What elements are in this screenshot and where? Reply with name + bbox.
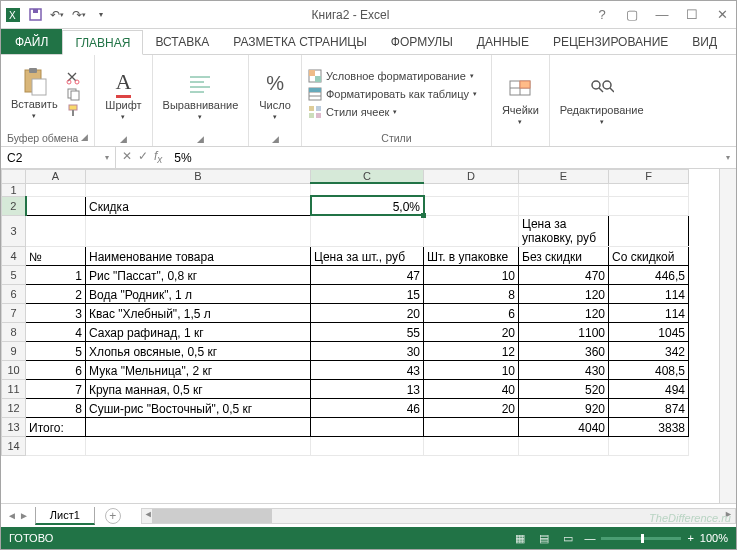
cell-active[interactable]: 5,0% <box>311 196 424 215</box>
row-header[interactable]: 6 <box>2 284 26 303</box>
cell[interactable]: 6 <box>26 360 86 379</box>
cell[interactable]: 430 <box>519 360 609 379</box>
enter-formula-icon[interactable]: ✓ <box>138 149 148 165</box>
cell[interactable]: 408,5 <box>609 360 689 379</box>
cell[interactable]: 40 <box>424 379 519 398</box>
minimize-icon[interactable]: — <box>652 7 672 22</box>
row-header[interactable]: 10 <box>2 360 26 379</box>
cell[interactable]: 2 <box>26 284 86 303</box>
cell[interactable]: 10 <box>424 265 519 284</box>
maximize-icon[interactable]: ☐ <box>682 7 702 22</box>
horizontal-scrollbar[interactable]: ◄► <box>141 508 736 524</box>
row-header[interactable]: 3 <box>2 215 26 246</box>
save-icon[interactable] <box>27 7 43 23</box>
conditional-formatting-button[interactable]: Условное форматирование ▾ <box>308 69 477 83</box>
cell[interactable]: Наименование товара <box>86 246 311 265</box>
tab-view[interactable]: ВИД <box>680 29 729 54</box>
row-header[interactable]: 4 <box>2 246 26 265</box>
cell[interactable]: 4040 <box>519 417 609 436</box>
zoom-slider[interactable] <box>601 537 681 540</box>
sheet-nav-first-icon[interactable]: ◄ <box>7 510 17 521</box>
cell[interactable]: 342 <box>609 341 689 360</box>
row-header[interactable]: 2 <box>2 196 26 215</box>
cell[interactable]: 120 <box>519 284 609 303</box>
cell[interactable]: Цена за шт., руб <box>311 246 424 265</box>
row-header[interactable]: 1 <box>2 183 26 196</box>
cell[interactable]: 46 <box>311 398 424 417</box>
ribbon-options-icon[interactable]: ▢ <box>622 7 642 22</box>
cell[interactable]: 1100 <box>519 322 609 341</box>
cell[interactable]: 13 <box>311 379 424 398</box>
sheet-tab[interactable]: Лист1 <box>35 507 95 525</box>
cell[interactable]: 1045 <box>609 322 689 341</box>
cell[interactable]: 1 <box>26 265 86 284</box>
zoom-in-icon[interactable]: + <box>687 532 693 544</box>
expand-formula-icon[interactable]: ▾ <box>720 153 736 162</box>
paste-button[interactable]: Вставить ▾ <box>7 66 62 122</box>
cell[interactable]: 6 <box>424 303 519 322</box>
format-painter-icon[interactable] <box>66 103 80 117</box>
normal-view-icon[interactable]: ▦ <box>510 532 530 545</box>
cell[interactable]: 470 <box>519 265 609 284</box>
row-header[interactable]: 7 <box>2 303 26 322</box>
spreadsheet-grid[interactable]: A B C D E F 1 2Скидка5,0% 3Цена за упако… <box>1 169 719 503</box>
tab-insert[interactable]: ВСТАВКА <box>143 29 221 54</box>
cell[interactable]: Цена за упаковку, руб <box>519 215 609 246</box>
cell[interactable]: № <box>26 246 86 265</box>
cell[interactable]: Суши-рис "Восточный", 0,5 кг <box>86 398 311 417</box>
cancel-formula-icon[interactable]: ✕ <box>122 149 132 165</box>
row-header[interactable]: 11 <box>2 379 26 398</box>
cell[interactable]: 30 <box>311 341 424 360</box>
cell[interactable]: Крупа манная, 0,5 кг <box>86 379 311 398</box>
column-header[interactable]: C <box>311 170 424 184</box>
cell[interactable]: 120 <box>519 303 609 322</box>
zoom-level[interactable]: 100% <box>700 532 728 544</box>
cell[interactable]: 55 <box>311 322 424 341</box>
tab-formulas[interactable]: ФОРМУЛЫ <box>379 29 465 54</box>
page-break-view-icon[interactable]: ▭ <box>558 532 578 545</box>
cell[interactable]: Рис "Пассат", 0,8 кг <box>86 265 311 284</box>
tab-home[interactable]: ГЛАВНАЯ <box>62 30 143 55</box>
row-header[interactable]: 13 <box>2 417 26 436</box>
row-header[interactable]: 5 <box>2 265 26 284</box>
row-header[interactable]: 12 <box>2 398 26 417</box>
copy-icon[interactable] <box>66 87 80 101</box>
column-header[interactable]: E <box>519 170 609 184</box>
cell[interactable]: 20 <box>424 398 519 417</box>
cell[interactable]: Хлопья овсяные, 0,5 кг <box>86 341 311 360</box>
select-all-button[interactable] <box>2 170 26 184</box>
sheet-nav-last-icon[interactable]: ► <box>19 510 29 521</box>
redo-icon[interactable]: ↷▾ <box>71 7 87 23</box>
zoom-out-icon[interactable]: — <box>584 532 595 544</box>
cell[interactable]: 494 <box>609 379 689 398</box>
help-icon[interactable]: ? <box>592 7 612 22</box>
column-header[interactable]: F <box>609 170 689 184</box>
cut-icon[interactable] <box>66 71 80 85</box>
cell[interactable]: Скидка <box>86 196 311 215</box>
cell[interactable]: Сахар рафинад, 1 кг <box>86 322 311 341</box>
font-button[interactable]: A Шрифт ▾ <box>101 67 145 123</box>
cell[interactable]: 43 <box>311 360 424 379</box>
cell[interactable]: 446,5 <box>609 265 689 284</box>
editing-button[interactable]: Редактирование ▾ <box>556 72 648 128</box>
cell[interactable]: Квас "Хлебный", 1,5 л <box>86 303 311 322</box>
cell[interactable]: Итого: <box>26 417 86 436</box>
add-sheet-button[interactable]: + <box>105 508 121 524</box>
cells-button[interactable]: Ячейки ▾ <box>498 72 543 128</box>
tab-review[interactable]: РЕЦЕНЗИРОВАНИЕ <box>541 29 680 54</box>
number-button[interactable]: % Число ▾ <box>255 67 295 123</box>
cell[interactable]: Мука "Мельница", 2 кг <box>86 360 311 379</box>
cell[interactable]: 520 <box>519 379 609 398</box>
cell[interactable]: 12 <box>424 341 519 360</box>
fx-icon[interactable]: fx <box>154 149 162 165</box>
cell[interactable]: 4 <box>26 322 86 341</box>
cell[interactable]: 8 <box>26 398 86 417</box>
vertical-scrollbar[interactable] <box>719 169 736 503</box>
cell[interactable]: 874 <box>609 398 689 417</box>
cell[interactable]: 15 <box>311 284 424 303</box>
cell[interactable]: 114 <box>609 303 689 322</box>
dialog-launcher-icon[interactable]: ◢ <box>197 134 204 144</box>
page-layout-view-icon[interactable]: ▤ <box>534 532 554 545</box>
tab-file[interactable]: ФАЙЛ <box>1 29 62 54</box>
cell[interactable]: 3838 <box>609 417 689 436</box>
